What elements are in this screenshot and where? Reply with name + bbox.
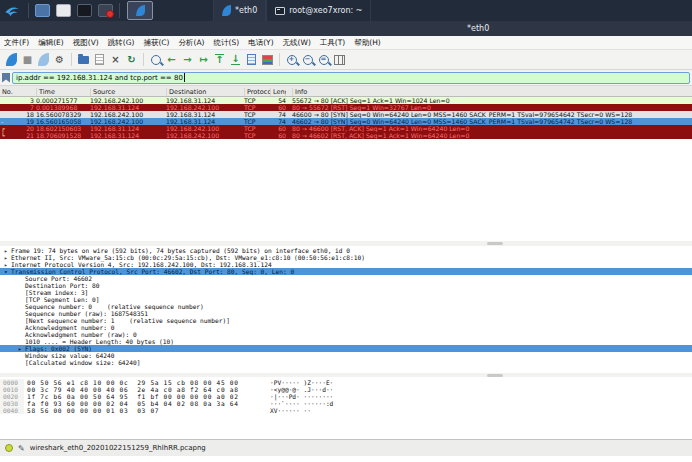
column-header-time[interactable]: Time — [36, 88, 88, 96]
window-titlebar[interactable]: *eth0 — [0, 21, 692, 36]
detail-line-5[interactable]: Destination Port: 80 — [0, 282, 692, 289]
capture-stop-icon[interactable]: ■ — [20, 52, 35, 67]
column-header-proto[interactable]: Protocol — [244, 88, 270, 96]
hex-row-4[interactable]: 004058 56 00 00 00 00 01 03 03 07XV·····… — [0, 407, 692, 414]
taskbar-window-terminal[interactable]: root@xeo7xron: ~ — [266, 0, 371, 21]
hex-ascii[interactable]: ·PV····· )Z····E· — [270, 379, 333, 386]
detail-line-13[interactable]: 1010 .... = Header Length: 40 bytes (10) — [0, 338, 692, 345]
hex-row-3[interactable]: 0030fa f0 93 60 00 00 02 04 05 b4 04 02 … — [0, 400, 692, 407]
menu-item-4[interactable]: 捕获(C) — [143, 38, 169, 48]
hex-bytes[interactable]: 00 3c 79 40 40 00 40 06 2e 4a c0 a8 f2 6… — [27, 386, 270, 393]
file-manager-icon[interactable] — [56, 4, 71, 17]
go-first-icon[interactable]: ↑ — [212, 52, 227, 67]
go-back-icon[interactable]: ← — [164, 52, 179, 67]
column-header-len[interactable]: Length — [270, 88, 286, 96]
menu-item-7[interactable]: 电话(Y) — [248, 38, 273, 48]
detail-text: Acknowledgment number: 0 — [25, 324, 114, 331]
detail-line-9[interactable]: Sequence number (raw): 1687548351 — [0, 310, 692, 317]
hex-bytes[interactable]: fa f0 93 60 00 00 02 04 05 b4 04 02 08 0… — [27, 400, 270, 407]
column-header-dst[interactable]: Destination — [166, 88, 243, 96]
find-packet-icon[interactable] — [148, 52, 163, 67]
terminal-app-icon[interactable] — [77, 4, 92, 17]
detail-line-8[interactable]: Sequence number: 0 (relative sequence nu… — [0, 303, 692, 310]
detail-line-3[interactable]: ▾Transmission Control Protocol, Src Port… — [0, 268, 692, 275]
save-file-icon[interactable] — [92, 52, 107, 67]
menu-item-9[interactable]: 工具(T) — [320, 38, 345, 48]
filter-bookmark-icon[interactable] — [2, 73, 10, 83]
cell-src: 192.168.31.124 — [90, 104, 165, 111]
capture-comment-icon[interactable]: ✎ — [18, 444, 25, 453]
detail-line-14[interactable]: ▸Flags: 0x002 (SYN) — [0, 345, 692, 352]
splitter-handle[interactable] — [487, 242, 503, 245]
expander-icon[interactable]: ▸ — [4, 247, 11, 254]
menu-item-5[interactable]: 分析(A) — [179, 38, 205, 48]
zoom-in-icon[interactable]: + — [284, 52, 299, 67]
reload-icon[interactable]: ↻ — [124, 52, 139, 67]
expert-info-icon[interactable] — [5, 444, 13, 452]
detail-line-15[interactable]: Window size value: 64240 — [0, 352, 692, 359]
detail-line-10[interactable]: [Next sequence number: 1 (relative seque… — [0, 317, 692, 324]
detail-line-2[interactable]: ▸Internet Protocol Version 4, Src: 192.1… — [0, 261, 692, 268]
display-filter-input[interactable]: ip.addr == 192.168.31.124 and tcp.port =… — [12, 72, 690, 84]
menu-item-2[interactable]: 视图(V) — [73, 38, 99, 48]
resize-columns-icon[interactable] — [332, 52, 347, 67]
menu-item-0[interactable]: 文件(F) — [4, 38, 29, 48]
open-file-icon[interactable] — [76, 52, 91, 67]
capture-options-icon[interactable]: ⚙ — [52, 52, 67, 67]
detail-line-0[interactable]: ▸Frame 19: 74 bytes on wire (592 bits), … — [0, 247, 692, 254]
go-forward-icon[interactable]: → — [180, 52, 195, 67]
zoom-100-icon[interactable]: = — [316, 52, 331, 67]
detail-line-12[interactable]: Acknowledgment number (raw): 0 — [0, 331, 692, 338]
detail-line-4[interactable]: Source Port: 46602 — [0, 275, 692, 282]
hex-ascii[interactable]: ·<y@@·@· .J···d·· — [270, 386, 333, 393]
hex-bytes[interactable]: 00 50 56 e1 c8 10 00 0c 29 5a 15 cb 08 0… — [27, 379, 270, 386]
hex-bytes[interactable]: 1f 7c b6 0a 00 50 64 95 f1 bf 00 00 00 0… — [27, 393, 270, 400]
hex-row-2[interactable]: 00201f 7c b6 0a 00 50 64 95 f1 bf 00 00 … — [0, 393, 692, 400]
packet-row-21[interactable]: └2118.706091528192.168.31.124192.168.242… — [0, 132, 692, 139]
expander-icon[interactable]: ▸ — [18, 345, 25, 352]
window-app-icon[interactable] — [35, 4, 50, 17]
expander-icon[interactable]: ▸ — [4, 254, 11, 261]
pane-splitter[interactable] — [0, 241, 692, 246]
editor-app-icon[interactable] — [98, 4, 113, 17]
menu-item-6[interactable]: 统计(S) — [214, 38, 240, 48]
hex-row-0[interactable]: 000000 50 56 e1 c8 10 00 0c 29 5a 15 cb … — [0, 379, 692, 386]
go-to-packet-icon[interactable]: ↦ — [196, 52, 211, 67]
hex-bytes[interactable]: 58 56 00 00 00 00 01 03 03 07 — [27, 407, 270, 414]
menu-item-1[interactable]: 编辑(E) — [38, 38, 64, 48]
hex-ascii[interactable]: ···`···· ······:d — [270, 400, 333, 407]
taskbar-window-eth0[interactable]: *eth0 — [213, 0, 266, 21]
kali-logo-icon[interactable] — [2, 2, 22, 19]
go-last-icon[interactable]: ↓ — [228, 52, 243, 67]
packet-row-3[interactable]: 30.000271577192.168.242.100192.168.31.12… — [0, 97, 692, 104]
packet-row-7[interactable]: 70.001389968192.168.31.124192.168.242.10… — [0, 104, 692, 111]
packet-row-18[interactable]: 1816.560078329192.168.242.100192.168.31.… — [0, 111, 692, 118]
menu-item-3[interactable]: 跳转(G) — [108, 38, 135, 48]
hex-ascii[interactable]: XV······ ·· — [270, 407, 311, 414]
close-file-icon[interactable]: × — [108, 52, 123, 67]
detail-line-16[interactable]: [Calculated window size: 64240] — [0, 359, 692, 366]
capture-restart-icon[interactable] — [36, 52, 51, 67]
detail-line-1[interactable]: ▸Ethernet II, Src: VMware_5a:15:cb (00:0… — [0, 254, 692, 261]
detail-line-6[interactable]: [Stream index: 3] — [0, 289, 692, 296]
packet-row-19[interactable]: -1916.560165058192.168.242.100192.168.31… — [0, 118, 692, 125]
column-header-src[interactable]: Source — [90, 88, 165, 96]
workspace-wireshark-icon[interactable] — [127, 1, 153, 20]
detail-line-11[interactable]: Acknowledgment number: 0 — [0, 324, 692, 331]
column-header-no[interactable]: No. — [0, 88, 34, 96]
capture-start-icon[interactable] — [4, 52, 19, 67]
expander-icon[interactable]: ▾ — [4, 268, 11, 275]
column-header-info[interactable]: Info — [292, 88, 690, 96]
detail-text: Source Port: 46602 — [25, 275, 92, 282]
hex-ascii[interactable]: ·|···Pd· ········ — [270, 393, 333, 400]
menu-item-8[interactable]: 无线(W) — [283, 38, 311, 48]
expander-icon[interactable]: ▸ — [4, 261, 11, 268]
detail-line-7[interactable]: [TCP Segment Len: 0] — [0, 296, 692, 303]
colorize-icon[interactable] — [260, 52, 275, 67]
hex-row-1[interactable]: 001000 3c 79 40 40 00 40 06 2e 4a c0 a8 … — [0, 386, 692, 393]
cell-proto: TCP — [244, 111, 270, 118]
autoscroll-icon[interactable] — [244, 52, 259, 67]
menu-item-10[interactable]: 帮助(H) — [354, 38, 381, 48]
zoom-out-icon[interactable]: − — [300, 52, 315, 67]
packet-row-20[interactable]: ┌2018.602150603192.168.31.124192.168.242… — [0, 125, 692, 132]
